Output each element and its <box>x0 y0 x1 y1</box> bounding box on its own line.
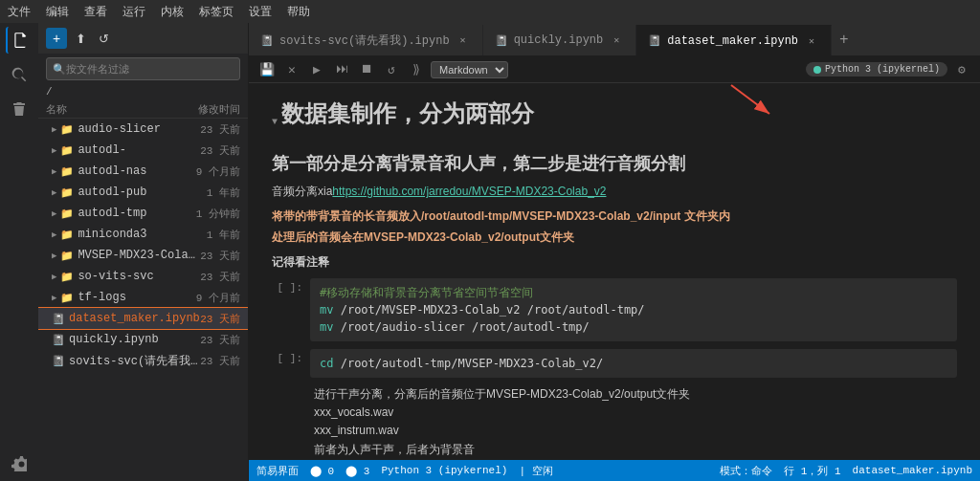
code-line: mv /root/audio-slicer /root/autodl-tmp/ <box>320 318 947 336</box>
tree-item-autodl-nas[interactable]: ▶ 📁 autodl-nas 9 个月前 <box>38 161 248 182</box>
tree-item-label: quickly.ipynb <box>69 333 159 346</box>
menu-item-kernel[interactable]: 内核 <box>161 4 184 20</box>
cell-prompt-2: [ ]: <box>272 349 302 378</box>
col-time: 修改时间 <box>198 102 240 117</box>
code-content-2[interactable]: cd /root/autodl-tmp/MVSEP-MDX23-Colab_v2… <box>310 349 957 378</box>
notebook-content: ▼ 数据集制作，分为两部分 第一部分是分离背景音和人声，第二步是进行音频分割 音… <box>249 83 980 460</box>
col-name: 名称 <box>46 102 67 117</box>
status-cursor-pos: 行 1，列 1 <box>784 464 840 478</box>
sidebar: + ⬆ ↺ 🔍 / 名称 修改时间 ▶ 📁 audio-slicer 23 天前 <box>38 23 249 481</box>
notebook-title: 数据集制作，分为两部分 <box>281 98 534 129</box>
editor-area: 📓 sovits-svc(请先看我).ipynb ✕ 📓 quickly.ipy… <box>249 23 980 481</box>
folder-icon: 📁 <box>60 208 74 220</box>
refresh-button[interactable]: ↺ <box>94 29 113 48</box>
chevron-icon: ▶ <box>52 208 56 219</box>
stop-button[interactable]: ⏹ <box>356 59 377 80</box>
menu-item-settings[interactable]: 设置 <box>249 4 272 20</box>
tree-item-time: 23 天前 <box>200 312 240 326</box>
tree-item-tf-logs[interactable]: ▶ 📁 tf-logs 9 个月前 <box>38 287 248 308</box>
menu-bar: 文件 编辑 查看 运行 内核 标签页 设置 帮助 <box>0 0 980 23</box>
md-bold-line1: 将带的带背景音的长音频放入/root/autodl-tmp/MVSEP-MDX2… <box>272 208 957 225</box>
menu-item-help[interactable]: 帮助 <box>287 4 310 20</box>
tree-item-label: sovits-svc(请先看我).ipynb <box>69 353 200 369</box>
tab-close-button[interactable]: ✕ <box>804 33 819 49</box>
chevron-icon: ▶ <box>52 124 56 135</box>
tree-item-autodl-pub[interactable]: ▶ 📁 autodl-pub 1 年前 <box>38 182 248 203</box>
link-url[interactable]: https://github.com/jarredou/MVSEP-MDX23-… <box>332 185 606 198</box>
restart-button[interactable]: ↺ <box>381 59 402 80</box>
folder-icon: 📁 <box>60 292 74 304</box>
tab-icon: 📓 <box>495 34 508 47</box>
tree-item-sovits[interactable]: ▶ 📁 so-vits-svc 23 天前 <box>38 266 248 287</box>
chevron-icon: ▶ <box>52 293 56 303</box>
upload-button[interactable]: ⬆ <box>71 29 90 48</box>
tab-close-button[interactable]: ✕ <box>456 33 471 48</box>
tree-item-time: 23 天前 <box>200 270 240 284</box>
new-file-button[interactable]: + <box>46 28 67 49</box>
run-all-button[interactable]: ⏭ <box>331 59 352 80</box>
menu-item-file[interactable]: 文件 <box>8 4 31 20</box>
status-three: ⬤ 3 <box>345 465 369 477</box>
search-input[interactable] <box>66 63 234 75</box>
tree-item-time: 23 天前 <box>200 122 240 137</box>
code-line: mv /root/MVSEP-MDX23-Colab_v2 /root/auto… <box>320 301 947 318</box>
tree-item-label: dataset_maker.ipynb <box>69 312 200 325</box>
tree-item-time: 1 分钟前 <box>196 207 240 221</box>
menu-item-tabs[interactable]: 标签页 <box>199 4 234 20</box>
output-line: xxx_instrum.wav <box>314 422 957 440</box>
menu-item-edit[interactable]: 编辑 <box>46 4 69 20</box>
tree-item-label: miniconda3 <box>78 228 146 241</box>
folder-icon: 📁 <box>60 250 74 262</box>
kernel-label: Python 3 (ipykernel) <box>825 64 940 75</box>
tree-item-autodl-tmp[interactable]: ▶ 📁 autodl-tmp 1 分钟前 <box>38 203 248 224</box>
folder-icon: 📁 <box>60 123 74 136</box>
cell-type-select[interactable]: Markdown Code Raw <box>431 61 508 78</box>
tree-item-audio-slicer[interactable]: ▶ 📁 audio-slicer 23 天前 <box>38 119 248 140</box>
explorer-icon[interactable] <box>6 27 33 54</box>
tree-item-dataset-maker[interactable]: 📓 dataset_maker.ipynb 23 天前 <box>38 308 248 329</box>
sidebar-toolbar: + ⬆ ↺ <box>38 23 248 54</box>
extensions-icon[interactable] <box>6 96 33 122</box>
tree-item-mvsep[interactable]: ▶ 📁 MVSEP-MDX23-Colab_v2 23 天前 <box>38 245 248 266</box>
tab-quickly[interactable]: 📓 quickly.ipynb ✕ <box>483 25 637 55</box>
notebook-title-cell: 数据集制作，分为两部分 <box>281 98 534 137</box>
tab-icon: 📓 <box>260 34 274 47</box>
md-bold-line2: 处理后的音频会在MVSEP-MDX23-Colab_v2/output文件夹 <box>272 229 957 246</box>
tree-item-time: 23 天前 <box>200 333 240 347</box>
tab-bar: 📓 sovits-svc(请先看我).ipynb ✕ 📓 quickly.ipy… <box>249 23 980 56</box>
tab-dataset-maker[interactable]: 📓 dataset_maker.ipynb ✕ <box>636 25 832 55</box>
code-line: #移动存储和背景音分离节省空间节省空间 <box>320 284 947 301</box>
tree-item-label: audio-slicer <box>78 122 160 136</box>
collapse-icon[interactable]: ▼ <box>272 117 278 127</box>
tree-item-autodl[interactable]: ▶ 📁 autodl- 23 天前 <box>38 140 248 161</box>
tree-item-time: 1 年前 <box>207 228 240 242</box>
run-button[interactable]: ▶ <box>306 59 327 80</box>
save-button[interactable]: 💾 <box>256 59 278 80</box>
tree-item-quickly[interactable]: 📓 quickly.ipynb 23 天前 <box>38 329 248 350</box>
settings-activity-icon[interactable] <box>6 450 33 477</box>
output-content-1: 进行干声分离，分离后的音频位于MVSEP-MDX23-Colab_v2/outp… <box>310 385 957 460</box>
notebook-icon: 📓 <box>52 334 65 346</box>
folder-icon: 📁 <box>60 229 74 241</box>
chevron-icon: ▶ <box>52 187 56 198</box>
folder-icon: 📁 <box>60 271 74 283</box>
tab-sovits[interactable]: 📓 sovits-svc(请先看我).ipynb ✕ <box>249 25 483 55</box>
code-cell-2: [ ]: cd /root/autodl-tmp/MVSEP-MDX23-Col… <box>272 349 957 378</box>
tree-item-miniconda3[interactable]: ▶ 📁 miniconda3 1 年前 <box>38 224 248 245</box>
output-cell-1: 进行干声分离，分离后的音频位于MVSEP-MDX23-Colab_v2/outp… <box>272 385 957 460</box>
close-button[interactable]: ✕ <box>281 59 302 80</box>
tree-item-sovits-nb[interactable]: 📓 sovits-svc(请先看我).ipynb 23 天前 <box>38 350 248 371</box>
tab-add-button[interactable]: + <box>832 25 857 55</box>
kernel-options-button[interactable]: ⚙ <box>951 59 972 80</box>
refresh-button[interactable]: ⟫ <box>406 59 427 80</box>
status-right: 模式：命令 行 1，列 1 dataset_maker.ipynb <box>720 464 972 478</box>
search-activity-icon[interactable] <box>6 61 33 88</box>
menu-item-run[interactable]: 运行 <box>122 4 145 20</box>
tab-close-button[interactable]: ✕ <box>609 33 624 48</box>
search-icon: 🔍 <box>53 63 66 76</box>
code-content-1[interactable]: #移动存储和背景音分离节省空间节省空间 mv /root/MVSEP-MDX23… <box>310 278 957 341</box>
menu-item-view[interactable]: 查看 <box>84 4 107 20</box>
tree-item-label: autodl-pub <box>78 186 146 199</box>
status-filename: dataset_maker.ipynb <box>853 465 972 476</box>
folder-icon: 📁 <box>60 165 74 178</box>
